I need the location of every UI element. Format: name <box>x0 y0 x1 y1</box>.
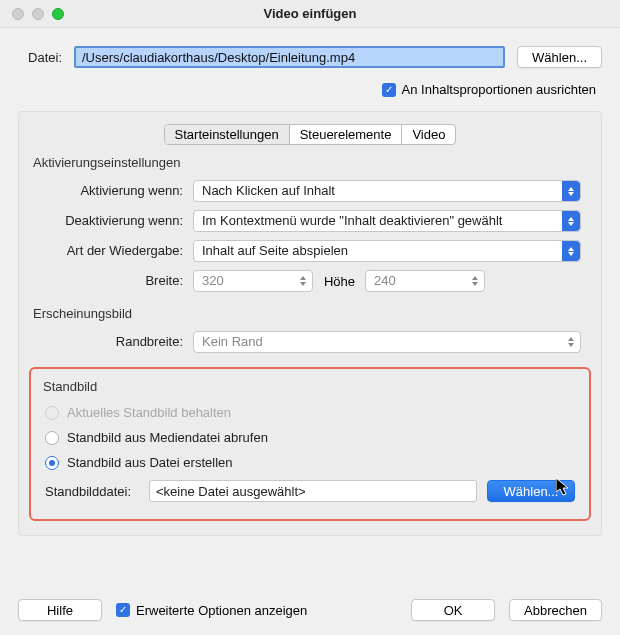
deactivate-value: Im Kontextmenü wurde "Inhalt deaktiviere… <box>202 213 502 228</box>
poster-opt-keep-label: Aktuelles Standbild behalten <box>67 405 231 420</box>
chevron-updown-icon <box>562 211 580 231</box>
activate-label: Aktivierung wenn: <box>33 179 193 203</box>
poster-opt-file-label: Standbild aus Datei erstellen <box>67 455 233 470</box>
window-title: Video einfügen <box>0 6 620 21</box>
width-value: 320 <box>202 273 224 288</box>
settings-panel: Starteinstellungen Steuerelemente Video … <box>18 111 602 536</box>
extended-checkbox[interactable]: ✓ <box>116 603 130 617</box>
deactivate-select[interactable]: Im Kontextmenü wurde "Inhalt deaktiviere… <box>193 210 581 232</box>
deactivate-label: Deaktivierung wenn: <box>33 209 193 233</box>
poster-group: Standbild Aktuelles Standbild behalten S… <box>29 367 591 521</box>
chevron-updown-icon <box>562 241 580 261</box>
stepper-icon <box>468 272 482 290</box>
titlebar: Video einfügen <box>0 0 620 28</box>
border-value: Kein Rand <box>202 334 263 349</box>
poster-file-label: Standbilddatei: <box>45 484 139 499</box>
choose-file-button[interactable]: Wählen... <box>517 46 602 68</box>
poster-opt-media[interactable]: Standbild aus Mediendatei abrufen <box>39 425 581 450</box>
playback-label: Art der Wiedergabe: <box>33 239 193 263</box>
extended-label: Erweiterte Optionen anzeigen <box>136 603 307 618</box>
poster-choose-button[interactable]: Wählen... <box>487 480 575 502</box>
ok-button[interactable]: OK <box>411 599 495 621</box>
tab-video[interactable]: Video <box>402 125 455 144</box>
tabs: Starteinstellungen Steuerelemente Video <box>164 124 457 145</box>
radio-icon <box>45 406 59 420</box>
aspect-label: An Inhaltsproportionen ausrichten <box>402 82 596 97</box>
stepper-icon <box>564 333 578 351</box>
poster-section-label: Standbild <box>39 379 581 400</box>
help-button[interactable]: Hilfe <box>18 599 102 621</box>
radio-icon <box>45 456 59 470</box>
tab-controls[interactable]: Steuerelemente <box>290 125 403 144</box>
tab-start-settings[interactable]: Starteinstellungen <box>165 125 290 144</box>
activation-section-label: Aktivierungseinstellungen <box>19 155 601 176</box>
width-stepper[interactable]: 320 <box>193 270 313 292</box>
height-value: 240 <box>374 273 396 288</box>
poster-opt-keep: Aktuelles Standbild behalten <box>39 400 581 425</box>
playback-value: Inhalt auf Seite abspielen <box>202 243 348 258</box>
cancel-button[interactable]: Abbrechen <box>509 599 602 621</box>
dialog-footer: Hilfe ✓ Erweiterte Optionen anzeigen OK … <box>18 599 602 621</box>
chevron-updown-icon <box>562 181 580 201</box>
poster-opt-media-label: Standbild aus Mediendatei abrufen <box>67 430 268 445</box>
file-label: Datei: <box>18 50 62 65</box>
activate-select[interactable]: Nach Klicken auf Inhalt <box>193 180 581 202</box>
file-path-input[interactable] <box>74 46 505 68</box>
activate-value: Nach Klicken auf Inhalt <box>202 183 335 198</box>
poster-opt-file[interactable]: Standbild aus Datei erstellen <box>39 450 581 475</box>
height-stepper[interactable]: 240 <box>365 270 485 292</box>
appearance-section-label: Erscheinungsbild <box>19 306 601 327</box>
border-select[interactable]: Kein Rand <box>193 331 581 353</box>
border-label: Randbreite: <box>33 330 193 354</box>
height-label: Höhe <box>313 274 365 289</box>
poster-file-input[interactable] <box>149 480 477 502</box>
playback-select[interactable]: Inhalt auf Seite abspielen <box>193 240 581 262</box>
stepper-icon <box>296 272 310 290</box>
aspect-checkbox[interactable]: ✓ <box>382 83 396 97</box>
width-label: Breite: <box>33 269 193 293</box>
radio-icon <box>45 431 59 445</box>
